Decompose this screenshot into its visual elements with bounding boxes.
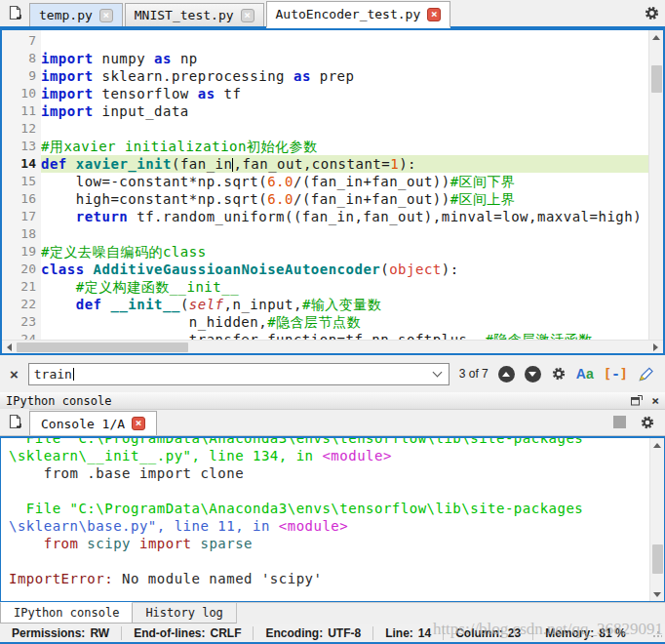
line-number: 16 (2, 190, 36, 208)
editor-horizontal-scrollbar[interactable] (2, 340, 663, 353)
line-number: 19 (2, 243, 36, 261)
console-line: \sklearn\base.py", line 11, in <module> (9, 517, 649, 535)
editor-tab-bar: temp.py × MNIST_test.py × AutoEncoder_te… (0, 0, 665, 28)
gear-icon (640, 415, 655, 430)
file-page-icon (7, 5, 23, 21)
gear-icon (644, 5, 660, 21)
file-page-icon (7, 414, 23, 430)
console-tab-bar: Console 1/A × (0, 410, 665, 436)
close-tab-icon[interactable]: × (427, 8, 441, 21)
browse-consoles-button[interactable] (0, 409, 29, 435)
close-search-icon[interactable]: × (10, 367, 19, 382)
code-line (41, 32, 648, 50)
editor-options-button[interactable] (638, 0, 665, 26)
console-line: ImportError: No module named 'scipy' (9, 570, 649, 587)
line-number: 23 (2, 313, 36, 331)
code-line: import sklearn.preprocessing as prep (41, 67, 648, 85)
code-line: return tf.random_uniform((fan_in,fan_out… (41, 208, 648, 225)
panel-title: IPython console (6, 394, 111, 408)
line-number: 9 (2, 67, 36, 85)
line-number: 22 (2, 296, 36, 313)
tab-history-log[interactable]: History log (133, 603, 236, 624)
tab-ipython-console[interactable]: IPython console (0, 602, 133, 624)
scrollbar-thumb[interactable] (651, 65, 662, 93)
highlight-matches-toggle[interactable] (638, 366, 654, 382)
scroll-right-icon[interactable] (648, 341, 663, 354)
tab-label: Console 1/A (41, 417, 125, 431)
tab-temp-py[interactable]: temp.py × (29, 3, 123, 26)
arrow-up-icon (502, 372, 510, 377)
console-line: File "C:\ProgramData\Anaconda3\envs\tens… (9, 438, 649, 447)
editor-vertical-scrollbar[interactable] (648, 30, 663, 340)
code-line: low=-constant*np.sqrt(6.0/(fan_in+fan_ou… (41, 173, 648, 190)
close-tab-icon[interactable]: × (99, 9, 113, 22)
code-line: def __init__(self,n_input,#输入变量数 (41, 296, 648, 313)
tab-label: temp.py (39, 8, 93, 22)
tab-label: MNIST_test.py (135, 8, 234, 22)
undock-panel-button[interactable] (631, 395, 643, 406)
resize-grip[interactable] (652, 628, 662, 638)
undock-icon (631, 395, 643, 406)
code-line (41, 225, 648, 243)
search-result-count: 3 of 7 (459, 367, 489, 381)
code-line: #定义去噪自编码的class (41, 243, 648, 261)
bottom-panel-tabs: IPython console History log (0, 602, 665, 624)
search-input[interactable]: train (28, 363, 450, 385)
interrupt-kernel-button[interactable] (613, 416, 626, 428)
gear-icon (551, 366, 567, 382)
scroll-left-icon[interactable] (2, 341, 17, 354)
status-eol: End-of-lines:CRLF (121, 626, 253, 640)
code-line: #用xavier initialization初始化参数 (41, 138, 648, 155)
line-number: 13 (2, 138, 36, 155)
console-options-button[interactable] (640, 415, 655, 430)
scrollbar-thumb[interactable] (17, 342, 188, 352)
console-text: File "C:\ProgramData\Anaconda3\envs\tens… (1, 438, 649, 601)
whole-words-toggle[interactable]: [-] (604, 366, 628, 382)
search-options-button[interactable] (551, 366, 567, 382)
scrollbar-thumb[interactable] (652, 544, 663, 574)
match-case-toggle[interactable]: Aa (576, 366, 594, 382)
highlighter-pen-icon (638, 366, 654, 382)
code-line: import numpy as np (41, 50, 648, 67)
line-number: 15 (2, 173, 36, 190)
line-number: 20 (2, 261, 36, 278)
line-number: 8 (2, 50, 36, 67)
status-memory: Memory:81 % (532, 626, 637, 640)
line-number: 17 (2, 208, 36, 225)
scroll-up-icon[interactable] (649, 30, 664, 44)
line-number: 11 (2, 102, 36, 120)
console-line: from .base import clone (9, 464, 649, 482)
scroll-up-icon[interactable] (650, 438, 665, 452)
close-console-icon[interactable]: × (132, 417, 145, 430)
code-line: import tensorflow as tf (41, 85, 648, 102)
code-line: n_hidden,#隐含层节点数 (41, 313, 648, 331)
line-number-gutter: 789101112131415161718192021222324 (2, 30, 41, 340)
tab-console-1a[interactable]: Console 1/A × (29, 411, 157, 435)
code-line: #定义构建函数__init__ (41, 278, 648, 296)
line-number: 12 (2, 120, 36, 138)
console-line: \sklearn\__init__.py", line 134, in <mod… (9, 447, 649, 464)
console-line (9, 552, 649, 570)
console-vertical-scrollbar[interactable] (649, 438, 664, 601)
code-line (41, 120, 648, 138)
close-tab-icon[interactable]: × (241, 9, 254, 22)
find-next-button[interactable] (525, 366, 541, 382)
tab-label: AutoEncoder_test.py (276, 7, 421, 21)
line-number: 10 (2, 85, 36, 102)
tab-autoencoder-test-py[interactable]: AutoEncoder_test.py × (266, 1, 451, 28)
code-line: def xavier_init(fan_in,fan_out,constant=… (41, 155, 648, 173)
chevron-down-icon[interactable] (432, 368, 442, 378)
find-previous-button[interactable] (498, 366, 515, 382)
code-line: import input_data (41, 102, 648, 120)
spyder-window: temp.py × MNIST_test.py × AutoEncoder_te… (0, 0, 665, 644)
code-editor-panel: 789101112131415161718192021222324 import… (0, 28, 665, 355)
line-number: 7 (2, 32, 36, 50)
status-column: Column:23 (443, 626, 532, 640)
line-number: 24 (2, 331, 36, 340)
code-area[interactable]: import numpy as npimport sklearn.preproc… (41, 30, 648, 340)
browse-tabs-button[interactable] (0, 0, 29, 26)
console-output[interactable]: File "C:\ProgramData\Anaconda3\envs\tens… (0, 436, 665, 602)
tab-mnist-test-py[interactable]: MNIST_test.py × (125, 3, 264, 26)
close-panel-icon[interactable]: × (651, 394, 659, 407)
scroll-down-icon[interactable] (650, 587, 665, 601)
